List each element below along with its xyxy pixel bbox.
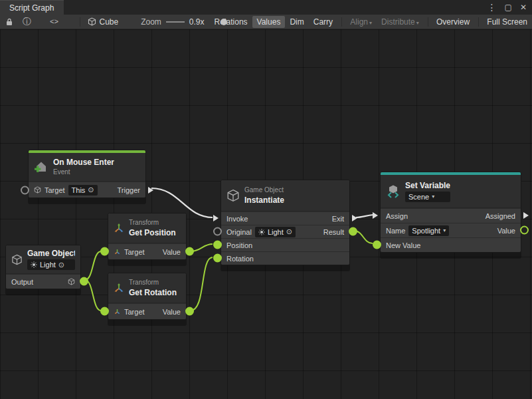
port-exit-output[interactable] bbox=[352, 215, 357, 221]
node-title: Game Object bbox=[27, 249, 75, 258]
transform-icon bbox=[114, 283, 124, 293]
target-object-field[interactable]: This ⊙ bbox=[68, 185, 98, 196]
port-original-input[interactable] bbox=[213, 227, 222, 236]
graph-object-name: Cube bbox=[99, 17, 118, 27]
object-picker-icon[interactable]: ⊙ bbox=[58, 261, 64, 269]
node-title: On Mouse Enter bbox=[53, 158, 114, 167]
port-assign-input[interactable] bbox=[373, 212, 378, 219]
lock-icon[interactable] bbox=[5, 18, 13, 26]
node-get-rotation[interactable]: Transform Get Rotation Target Value bbox=[108, 273, 187, 320]
wire-exit-to-assign[interactable] bbox=[356, 215, 373, 217]
chevron-down-icon: ▾ bbox=[416, 20, 419, 26]
port-assigned-output[interactable] bbox=[523, 212, 529, 219]
rotation-label: Rotation bbox=[226, 255, 254, 263]
variable-name-dropdown[interactable]: Spotlight ▾ bbox=[408, 225, 449, 236]
graph-toolbar: ⓘ <> Cube Zoom 0.9x Relations Values Dim… bbox=[0, 15, 532, 29]
wire-rotation-value[interactable] bbox=[191, 257, 213, 311]
light-icon bbox=[258, 229, 265, 235]
maximize-icon[interactable]: ▢ bbox=[505, 3, 512, 11]
node-category: Transform bbox=[129, 219, 176, 227]
invoke-label: Invoke bbox=[226, 215, 248, 223]
wire-output-to-getrotation-target[interactable] bbox=[85, 280, 101, 311]
light-object-field[interactable]: Light ⊙ bbox=[27, 259, 75, 270]
overview-button[interactable]: Overview bbox=[432, 16, 474, 28]
value-label: Value bbox=[163, 308, 181, 316]
chevron-down-icon: ▾ bbox=[443, 227, 446, 233]
node-category: Transform bbox=[129, 279, 177, 287]
distribute-dropdown[interactable]: Distribute▾ bbox=[377, 16, 424, 28]
exit-label: Exit bbox=[332, 215, 344, 223]
port-new-value-input[interactable] bbox=[373, 241, 381, 249]
chevron-down-icon: ▾ bbox=[432, 194, 434, 200]
port-rotation-input[interactable] bbox=[213, 254, 222, 263]
value-label: Value bbox=[163, 248, 181, 256]
port-value-output[interactable] bbox=[185, 247, 194, 256]
port-target-input[interactable] bbox=[21, 186, 29, 195]
zoom-slider-track bbox=[166, 21, 185, 23]
node-title: Instantiate bbox=[244, 196, 284, 205]
code-view-icon[interactable]: <> bbox=[50, 18, 58, 26]
tab-title: Script Graph bbox=[9, 3, 54, 13]
port-position-input[interactable] bbox=[213, 241, 222, 249]
node-category: Game Object bbox=[244, 186, 284, 194]
node-title: Set Variable bbox=[405, 181, 450, 190]
tab-bar: Script Graph ⋮ ▢ ✕ bbox=[0, 0, 532, 15]
target-label: Target bbox=[124, 308, 145, 316]
port-target-input[interactable] bbox=[100, 247, 109, 256]
script-graph-window: Script Graph ⋮ ▢ ✕ ⓘ <> Cube Zoom 0.9x R… bbox=[0, 0, 532, 399]
port-trigger-output[interactable] bbox=[148, 187, 153, 194]
wire-output-to-getposition-target[interactable] bbox=[85, 251, 101, 280]
assigned-label: Assigned bbox=[486, 212, 515, 220]
assign-label: Assign bbox=[386, 212, 408, 220]
object-picker-icon[interactable]: ⊙ bbox=[88, 186, 94, 194]
gameobject-type-icon bbox=[68, 278, 75, 285]
object-name: Light bbox=[40, 261, 56, 269]
node-title: Get Position bbox=[129, 228, 176, 237]
window-controls: ⋮ ▢ ✕ bbox=[488, 0, 532, 15]
node-on-mouse-enter[interactable]: On Mouse Enter Event Target This ⊙ Trigg… bbox=[28, 150, 146, 198]
port-output[interactable] bbox=[80, 277, 88, 286]
dim-button[interactable]: Dim bbox=[285, 16, 308, 28]
node-subtitle: Event bbox=[53, 168, 114, 176]
transform-type-icon bbox=[114, 248, 121, 255]
original-label: Original bbox=[226, 228, 252, 236]
align-dropdown[interactable]: Align▾ bbox=[345, 16, 377, 28]
relations-button[interactable]: Relations bbox=[210, 16, 252, 28]
zoom-value: 0.9x bbox=[189, 17, 205, 27]
node-set-variable[interactable]: Set Variable Scene ▾ Assign Assigned Nam… bbox=[380, 172, 521, 253]
info-icon[interactable]: ⓘ bbox=[23, 16, 31, 28]
position-label: Position bbox=[226, 241, 252, 249]
node-game-object-literal[interactable]: Game Object Light ⊙ Output bbox=[5, 245, 81, 289]
close-icon[interactable]: ✕ bbox=[520, 3, 527, 11]
zoom-slider-handle[interactable] bbox=[221, 19, 227, 25]
zoom-slider[interactable] bbox=[166, 19, 185, 25]
scope-value: Scene bbox=[408, 193, 429, 201]
port-result-output[interactable] bbox=[349, 227, 357, 236]
port-target-input[interactable] bbox=[100, 307, 109, 316]
transform-icon bbox=[114, 223, 124, 233]
node-get-position[interactable]: Transform Get Position Target Value bbox=[108, 213, 187, 260]
target-label: Target bbox=[44, 186, 65, 194]
node-title: Get Rotation bbox=[129, 288, 177, 297]
graph-canvas[interactable]: On Mouse Enter Event Target This ⊙ Trigg… bbox=[0, 29, 532, 399]
port-value-output[interactable] bbox=[185, 307, 194, 316]
chevron-down-icon: ▾ bbox=[369, 20, 372, 26]
zoom-label: Zoom bbox=[141, 17, 161, 27]
original-object-field[interactable]: Light ⊙ bbox=[255, 227, 296, 237]
port-invoke-input[interactable] bbox=[213, 215, 219, 221]
transform-type-icon bbox=[114, 308, 121, 315]
tab-script-graph[interactable]: Script Graph bbox=[0, 0, 64, 15]
carry-button[interactable]: Carry bbox=[309, 16, 337, 28]
cube-icon bbox=[11, 254, 23, 265]
values-button[interactable]: Values bbox=[252, 16, 286, 28]
variable-scope-dropdown[interactable]: Scene ▾ bbox=[405, 192, 450, 202]
object-picker-icon[interactable]: ⊙ bbox=[286, 228, 292, 235]
fullscreen-button[interactable]: Full Screen bbox=[482, 16, 532, 28]
port-value-output[interactable] bbox=[520, 226, 529, 235]
node-instantiate[interactable]: Game Object Instantiate Invoke Exit Orig… bbox=[221, 180, 350, 265]
light-icon bbox=[31, 261, 37, 268]
value-label: Value bbox=[497, 227, 515, 235]
name-label: Name bbox=[386, 227, 405, 235]
menu-icon[interactable]: ⋮ bbox=[488, 3, 497, 12]
original-value: Light bbox=[268, 228, 284, 236]
